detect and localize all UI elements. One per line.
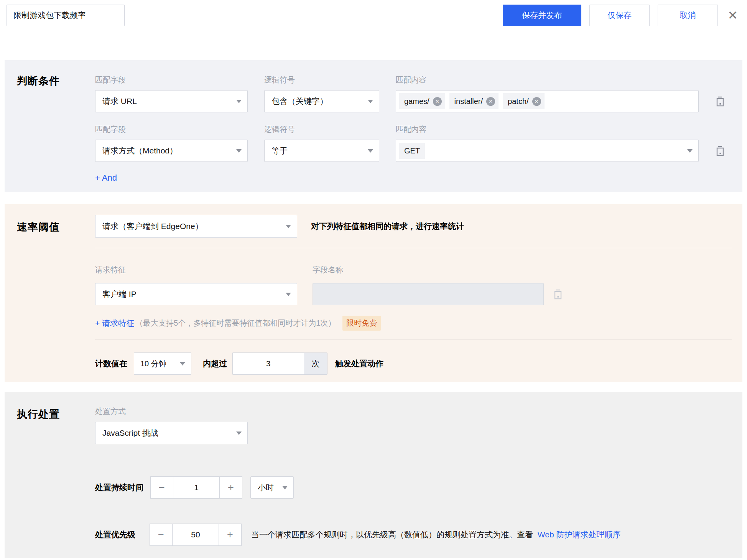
- field-name-input-disabled: [313, 283, 544, 305]
- add-feature-row: + 请求特征 （最大支持5个，多特征时需要特征值都相同时才计为1次） 限时免费: [95, 316, 732, 331]
- chevron-down-icon: [368, 100, 373, 103]
- count-threshold-group: 次: [232, 352, 327, 375]
- condition-row2: 请求方式（Method） 等于 GET: [95, 140, 732, 162]
- save-and-publish-button[interactable]: 保存并发布: [503, 5, 581, 26]
- priority-note-text: 当一个请求匹配多个规则时，以优先级高（数值低）的规则处置方式为准。查看: [251, 530, 533, 539]
- tag-text: installer/: [454, 97, 483, 106]
- chevron-down-icon: [286, 293, 291, 296]
- match-content-label: 匹配内容: [396, 124, 699, 135]
- match-content-tag: installer/ ✕: [449, 93, 499, 109]
- rate-threshold-section: 速率阈值 请求（客户端到 EdgeOne） 对下列特征值都相同的请求，进行速率统…: [5, 204, 742, 382]
- match-field-value: 请求 URL: [102, 96, 137, 107]
- add-and-condition-link[interactable]: + And: [95, 173, 732, 183]
- logic-operator-value: 等于: [271, 145, 288, 156]
- delete-feature-icon-disabled: [553, 288, 563, 300]
- priority-label: 处置优先级: [95, 529, 135, 540]
- duration-label: 处置持续时间: [95, 482, 143, 493]
- header-bar: 保存并发布 仅保存 取消 ✕: [0, 0, 747, 31]
- priority-increase-button[interactable]: +: [219, 524, 242, 546]
- chevron-down-icon: [368, 149, 373, 153]
- condition-row2-labels: 匹配字段 逻辑符号 匹配内容: [95, 124, 732, 135]
- action-method-label: 处置方式: [95, 406, 732, 417]
- match-field-value: 请求方式（Method）: [102, 145, 178, 156]
- priority-decrease-button[interactable]: −: [150, 524, 173, 546]
- tag-text: games/: [404, 97, 429, 106]
- match-field-select[interactable]: 请求方式（Method）: [95, 140, 248, 162]
- divider: [95, 339, 732, 340]
- condition-row1-labels: 匹配字段 逻辑符号 匹配内容: [95, 75, 732, 85]
- cancel-button[interactable]: 取消: [658, 5, 718, 26]
- chevron-down-icon: [180, 362, 185, 366]
- save-only-button[interactable]: 仅保存: [589, 5, 650, 26]
- trigger-action-label: 触发处置动作: [335, 358, 383, 369]
- match-field-select[interactable]: 请求 URL: [95, 90, 248, 112]
- count-threshold-input[interactable]: [232, 352, 304, 375]
- limited-free-badge: 限时免费: [342, 316, 381, 331]
- logic-operator-label: 逻辑符号: [264, 75, 379, 85]
- within-exceed-label: 内超过: [203, 358, 227, 369]
- rate-scope-description: 对下列特征值都相同的请求，进行速率统计: [311, 221, 464, 232]
- match-content-tag: games/ ✕: [399, 93, 445, 109]
- chevron-down-icon: [286, 225, 291, 228]
- chevron-down-icon: [236, 100, 242, 103]
- rule-name-input[interactable]: [7, 5, 125, 26]
- action-method-value: JavaScript 挑战: [102, 428, 158, 438]
- add-feature-note: （最大支持5个，多特征时需要特征值都相同时才计为1次）: [135, 318, 336, 328]
- chevron-down-icon: [687, 149, 693, 153]
- match-content-tag: patch/ ✕: [503, 93, 544, 109]
- rate-section-title: 速率阈值: [17, 220, 60, 234]
- chevron-down-icon: [236, 432, 242, 435]
- chevron-down-icon: [236, 149, 242, 153]
- feature-row: 客户端 IP: [95, 283, 732, 305]
- logic-operator-value: 包含（关键字）: [271, 96, 328, 107]
- logic-operator-label: 逻辑符号: [264, 124, 379, 135]
- rate-scope-value: 请求（客户端到 EdgeOne）: [102, 221, 203, 232]
- match-content-tag: GET: [399, 143, 425, 159]
- rate-count-row: 计数值在 10 分钟 内超过 次 触发处置动作: [95, 352, 732, 375]
- match-field-label: 匹配字段: [95, 75, 248, 85]
- conditions-section-title: 判断条件: [17, 74, 60, 88]
- action-duration-row: 处置持续时间 − + 小时: [95, 476, 732, 499]
- duration-stepper: − +: [150, 476, 242, 499]
- logic-operator-select[interactable]: 等于: [264, 140, 379, 162]
- priority-stepper: − +: [150, 524, 242, 546]
- remove-tag-icon[interactable]: ✕: [532, 97, 541, 106]
- duration-unit-value: 小时: [258, 482, 274, 493]
- delete-condition-icon[interactable]: [715, 145, 725, 156]
- rule-editor-page: 保存并发布 仅保存 取消 ✕ 判断条件 匹配字段 逻辑符号 匹配内容 请求 UR…: [0, 0, 747, 560]
- divider: [95, 248, 732, 248]
- close-icon[interactable]: ✕: [725, 9, 741, 21]
- duration-increase-button[interactable]: +: [219, 476, 242, 499]
- rate-scope-select[interactable]: 请求（客户端到 EdgeOne）: [95, 215, 297, 238]
- match-content-label: 匹配内容: [396, 75, 699, 85]
- duration-decrease-button[interactable]: −: [150, 476, 173, 499]
- add-feature-link[interactable]: + 请求特征: [95, 318, 134, 329]
- remove-tag-icon[interactable]: ✕: [433, 97, 442, 106]
- count-prefix-label: 计数值在: [95, 358, 127, 369]
- count-unit-suffix: 次: [304, 352, 327, 375]
- request-feature-label: 请求特征: [95, 265, 297, 275]
- request-feature-select[interactable]: 客户端 IP: [95, 283, 297, 305]
- action-section-title: 执行处置: [17, 407, 60, 421]
- condition-row1: 请求 URL 包含（关键字） games/ ✕ installer/ ✕ pat…: [95, 90, 732, 112]
- duration-input[interactable]: [173, 476, 219, 499]
- duration-unit-select[interactable]: 小时: [250, 476, 294, 499]
- field-name-label: 字段名称: [313, 265, 343, 275]
- count-period-select[interactable]: 10 分钟: [134, 352, 191, 375]
- priority-input[interactable]: [173, 524, 219, 546]
- priority-note: 当一个请求匹配多个规则时，以优先级高（数值低）的规则处置方式为准。查看 Web …: [251, 529, 620, 540]
- logic-operator-select[interactable]: 包含（关键字）: [264, 90, 379, 112]
- action-priority-row: 处置优先级 − + 当一个请求匹配多个规则时，以优先级高（数值低）的规则处置方式…: [95, 524, 732, 546]
- remove-tag-icon[interactable]: ✕: [486, 97, 495, 106]
- action-method-select[interactable]: JavaScript 挑战: [95, 422, 248, 444]
- feature-labels-row: 请求特征 字段名称: [95, 265, 732, 275]
- action-section: 执行处置 处置方式 JavaScript 挑战 处置持续时间 − + 小时 处置…: [5, 392, 742, 558]
- match-field-label: 匹配字段: [95, 124, 248, 135]
- tag-text: GET: [404, 147, 420, 155]
- delete-condition-icon[interactable]: [715, 96, 725, 107]
- waf-order-link[interactable]: Web 防护请求处理顺序: [538, 530, 621, 539]
- match-content-input[interactable]: games/ ✕ installer/ ✕ patch/ ✕: [396, 90, 699, 112]
- rate-scope-row: 请求（客户端到 EdgeOne） 对下列特征值都相同的请求，进行速率统计: [95, 215, 732, 238]
- tag-text: patch/: [508, 97, 528, 106]
- match-content-select[interactable]: GET: [396, 140, 699, 162]
